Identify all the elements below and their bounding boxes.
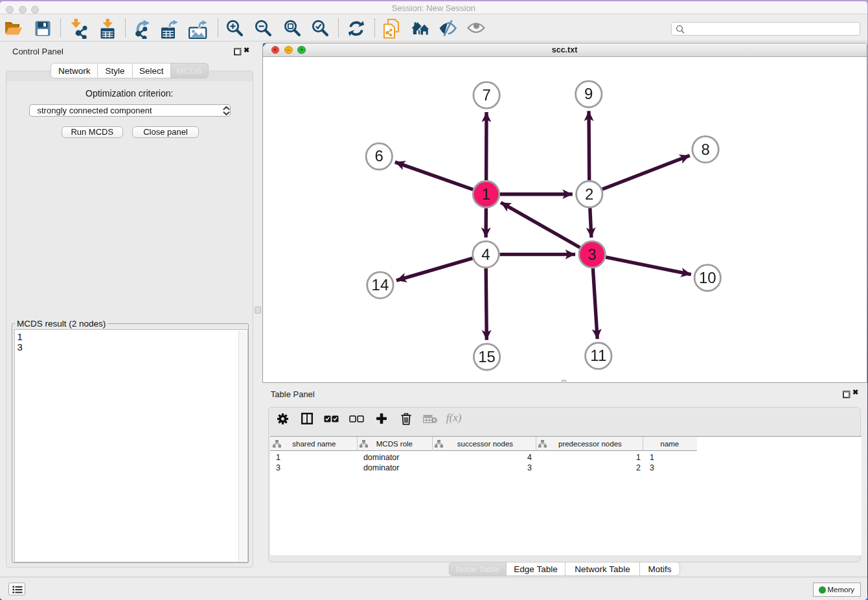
svg-text:10: 10 [699, 268, 716, 286]
svg-text:8: 8 [701, 140, 709, 157]
svg-text:2: 2 [585, 185, 593, 202]
svg-text:14: 14 [372, 276, 389, 294]
svg-text:4: 4 [481, 245, 490, 262]
svg-text:6: 6 [375, 147, 383, 165]
svg-text:15: 15 [478, 347, 496, 365]
svg-text:11: 11 [590, 347, 606, 364]
svg-text:9: 9 [584, 85, 593, 102]
svg-text:3: 3 [588, 245, 596, 262]
svg-text:7: 7 [482, 86, 490, 103]
svg-text:1: 1 [482, 185, 490, 202]
